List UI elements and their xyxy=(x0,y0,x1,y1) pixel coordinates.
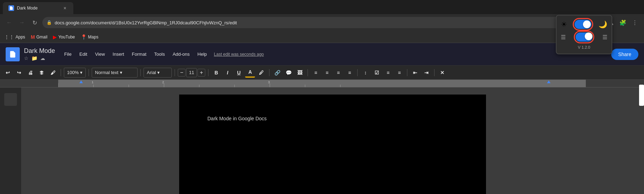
chrome-menu-icon[interactable]: ⋮ xyxy=(630,18,640,28)
bookmark-apps[interactable]: ⋮⋮ Apps xyxy=(4,34,25,40)
browser-frame: Dark Mode × ← → ↻ 🔒 docs.google.com/docu… xyxy=(0,0,644,194)
zoom-dropdown[interactable]: 100% ▾ xyxy=(64,68,86,78)
ruler-left-handle[interactable] xyxy=(79,80,83,83)
print-button[interactable]: 🖨 xyxy=(25,68,35,78)
ruler-left-margin xyxy=(0,80,58,87)
active-tab[interactable]: Dark Mode × xyxy=(3,2,73,14)
forward-button[interactable]: → xyxy=(17,18,27,28)
dark-mode-toggle[interactable] xyxy=(575,20,591,29)
menu-help[interactable]: Help xyxy=(194,50,211,58)
docs-ui: Dark Mode ☆ 📁 ☁ File Edit View Insert Fo… xyxy=(0,43,644,194)
bold-button[interactable]: B xyxy=(211,68,221,78)
image-button[interactable]: 🖼 xyxy=(295,68,305,78)
apps-label: Apps xyxy=(16,35,25,40)
docs-title-icons: ☆ 📁 ☁ xyxy=(24,55,55,61)
underline-button[interactable]: U xyxy=(234,68,244,78)
zoom-chevron-icon: ▾ xyxy=(80,70,83,75)
toolbar-sep-10 xyxy=(434,69,435,76)
scrollbar-thumb[interactable] xyxy=(639,87,644,106)
font-dropdown[interactable]: Arial ▾ xyxy=(144,68,172,78)
highlight-button[interactable]: 🖊 xyxy=(256,68,266,78)
bookmark-maps[interactable]: 📍 Maps xyxy=(81,34,98,40)
cloud-icon[interactable]: ☁ xyxy=(40,55,45,61)
align-center-button[interactable]: ≡ xyxy=(322,68,332,78)
style-dropdown[interactable]: Normal text ▾ xyxy=(92,68,138,78)
align-left-button[interactable]: ≡ xyxy=(311,68,321,78)
docs-last-edit[interactable]: Last edit was seconds ago xyxy=(214,52,264,57)
sidebar-left-icon: ☰ xyxy=(561,34,566,41)
align-right-button[interactable]: ≡ xyxy=(333,68,343,78)
font-size-value[interactable]: 11 xyxy=(186,68,197,77)
lock-icon: 🔒 xyxy=(47,20,52,25)
line-spacing-button[interactable]: ↕ xyxy=(360,68,370,78)
tab-bar: Dark Mode × xyxy=(0,0,644,14)
zoom-value: 100% xyxy=(67,70,79,75)
reload-button[interactable]: ↻ xyxy=(30,18,40,28)
font-size-area: − 11 + xyxy=(178,68,205,77)
menu-format[interactable]: Format xyxy=(128,50,150,58)
clear-format-button[interactable]: ✕ xyxy=(437,68,447,78)
ruler-right-handle[interactable] xyxy=(547,80,551,83)
text-color-button[interactable]: A xyxy=(245,68,255,78)
tab-close-button[interactable]: × xyxy=(62,5,68,11)
star-icon[interactable]: ☆ xyxy=(24,55,29,61)
toolbar-sep-4 xyxy=(175,69,175,76)
menu-view[interactable]: View xyxy=(91,50,108,58)
paint-format-button[interactable]: 🖌 xyxy=(48,68,58,78)
menu-tools[interactable]: Tools xyxy=(151,50,168,58)
docs-logo xyxy=(6,47,20,61)
toolbar-sep-2 xyxy=(89,69,89,76)
url-bar[interactable]: 🔒 docs.google.com/document/d/1BsU0x12Yvr… xyxy=(42,17,591,28)
maps-label: Maps xyxy=(88,35,98,40)
redo-button[interactable]: ↪ xyxy=(14,68,24,78)
page-dark-toggle[interactable] xyxy=(576,32,593,42)
menu-edit[interactable]: Edit xyxy=(76,50,91,58)
back-button[interactable]: ← xyxy=(4,18,14,28)
link-button[interactable]: 🔗 xyxy=(272,68,282,78)
doc-page[interactable]: Dark Mode in Google Docs xyxy=(179,95,486,194)
popup-row-2: ☰ ☰ xyxy=(561,32,607,42)
folder-icon[interactable]: 📁 xyxy=(31,55,37,61)
page-dark-toggle-thumb xyxy=(585,32,593,40)
ruler: 1 2 3 xyxy=(0,80,644,87)
doc-content: Dark Mode in Google Docs xyxy=(207,116,458,121)
menu-file[interactable]: File xyxy=(61,50,75,58)
bookmark-gmail[interactable]: M Gmail xyxy=(31,34,47,40)
numbered-list-button[interactable]: ≡ xyxy=(394,68,404,78)
svg-text:2: 2 xyxy=(162,80,164,84)
toolbar-sep-7 xyxy=(308,69,308,76)
doc-text: Dark Mode in Google Docs xyxy=(207,116,458,121)
decrease-indent-button[interactable]: ⇤ xyxy=(410,68,420,78)
menu-addons[interactable]: Add-ons xyxy=(169,50,193,58)
docs-main: Dark Mode in Google Docs xyxy=(0,87,644,194)
undo-button[interactable]: ↩ xyxy=(3,68,13,78)
toolbar-sep-9 xyxy=(407,69,407,76)
docs-toolbar: ↩ ↪ 🖨 🖌 100% ▾ Normal text ▾ Arial ▾ xyxy=(0,66,644,80)
menu-insert[interactable]: Insert xyxy=(109,50,128,58)
font-value: Arial xyxy=(147,70,156,75)
italic-button[interactable]: I xyxy=(223,68,232,78)
bullet-list-button[interactable]: ≡ xyxy=(383,68,393,78)
font-size-decrease-button[interactable]: − xyxy=(178,69,186,77)
increase-indent-button[interactable]: ⇥ xyxy=(421,68,431,78)
extensions-icon[interactable]: 🧩 xyxy=(618,18,628,28)
spell-check-button[interactable] xyxy=(37,68,47,78)
font-size-increase-button[interactable]: + xyxy=(198,69,205,77)
outline-panel-button[interactable] xyxy=(4,93,17,106)
moon-icon: 🌙 xyxy=(599,20,607,29)
comment-button[interactable]: 💬 xyxy=(284,68,293,78)
docs-title: Dark Mode xyxy=(24,47,55,55)
share-button[interactable]: Share xyxy=(611,49,638,60)
toolbar-sep-1 xyxy=(61,69,61,76)
sun-icon: ☀ xyxy=(561,20,567,29)
svg-text:3: 3 xyxy=(268,80,270,84)
docs-canvas-area[interactable]: Dark Mode in Google Docs xyxy=(21,87,644,194)
align-justify-button[interactable]: ≡ xyxy=(345,68,354,78)
style-value: Normal text xyxy=(95,70,118,75)
checklist-button[interactable]: ☑ xyxy=(372,68,382,78)
docs-header: Dark Mode ☆ 📁 ☁ File Edit View Insert Fo… xyxy=(0,43,644,66)
youtube-label: YouTube xyxy=(58,35,75,40)
dark-mode-popup: ☀ 🌙 ☰ ☰ V 1.2.0 xyxy=(556,15,612,54)
bookmark-youtube[interactable]: ▶ YouTube xyxy=(53,34,75,40)
toolbar-sep-8 xyxy=(357,69,358,76)
